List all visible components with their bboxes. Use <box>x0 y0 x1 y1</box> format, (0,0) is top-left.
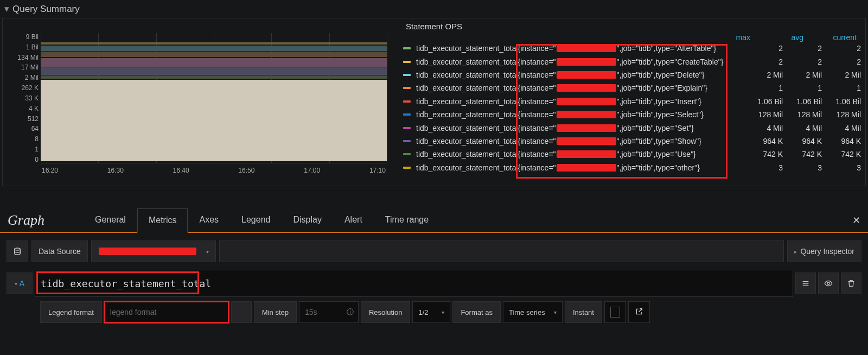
x-axis: 16:2016:3016:4016:5017:0017:10 <box>41 163 387 181</box>
val-max: 2 <box>744 44 783 53</box>
query-input-wrap <box>35 270 793 297</box>
y-tick: 9 Bil <box>26 33 39 41</box>
redacted-text <box>99 248 196 255</box>
legend-swatch <box>403 113 411 116</box>
y-axis: 9 Bil1 Bil134 Mil17 Mil2 Mil262 K33 K4 K… <box>7 33 41 163</box>
val-max: 128 Mil <box>744 110 783 119</box>
legend-swatch <box>403 61 411 63</box>
val-current: 742 K <box>822 150 861 159</box>
redacted-text <box>557 111 616 118</box>
options-row: Legend format Min step ⓘ Resolution 1/2 … <box>0 301 868 323</box>
x-tick: 16:20 <box>42 167 58 181</box>
tab-general[interactable]: General <box>84 208 137 232</box>
gridline <box>387 33 387 163</box>
panel: Statement OPS 9 Bil1 Bil134 Mil17 Mil2 M… <box>2 18 866 186</box>
spacer <box>219 240 784 262</box>
redacted-text <box>557 124 616 132</box>
datasource-icon[interactable] <box>7 240 28 262</box>
chart[interactable]: 9 Bil1 Bil134 Mil17 Mil2 Mil262 K33 K4 K… <box>7 33 387 180</box>
section-title: Query Summary <box>12 4 80 15</box>
svg-rect-2 <box>803 283 809 283</box>
chart-band <box>41 67 387 75</box>
series-label: tidb_executor_statement_total{instance="… <box>416 110 744 119</box>
series-label: tidb_executor_statement_total{instance="… <box>416 84 744 92</box>
resolution-value: 1/2 <box>418 308 428 316</box>
caret-down-icon: ▾ <box>554 309 557 315</box>
caret-down-icon: ▾ <box>15 281 17 287</box>
tab-metrics[interactable]: Metrics <box>137 208 188 233</box>
y-tick: 0 <box>35 156 39 163</box>
y-tick: 33 K <box>25 94 39 102</box>
series-label: tidb_executor_statement_total{instance="… <box>416 97 744 106</box>
svg-rect-1 <box>803 281 809 282</box>
legend-row[interactable]: tidb_executor_statement_total{instance="… <box>403 95 861 108</box>
series-label: tidb_executor_statement_total{instance="… <box>416 163 744 172</box>
chart-band <box>41 46 387 51</box>
redacted-text <box>557 137 616 145</box>
val-current: 128 Mil <box>822 110 861 119</box>
col-max[interactable]: max <box>717 33 750 42</box>
instant-checkbox[interactable] <box>610 307 620 318</box>
val-avg: 964 K <box>783 137 822 145</box>
legend-row[interactable]: tidb_executor_statement_total{instance="… <box>403 81 861 94</box>
tab-alert[interactable]: Alert <box>333 208 374 232</box>
query-inspector-label: Query Inspector <box>800 247 854 256</box>
legend-row[interactable]: tidb_executor_statement_total{instance="… <box>403 108 861 121</box>
val-current: 2 <box>822 58 861 66</box>
info-icon[interactable]: ⓘ <box>347 307 354 317</box>
query-menu-icon[interactable] <box>795 272 816 294</box>
section-header[interactable]: ▾ Query Summary <box>0 0 868 18</box>
legend-table: max avg current tidb_executor_statement_… <box>403 33 861 180</box>
external-link-wrap <box>628 301 650 323</box>
legend-row[interactable]: tidb_executor_statement_total{instance="… <box>403 148 861 161</box>
col-avg[interactable]: avg <box>770 33 803 42</box>
redacted-text <box>557 71 616 79</box>
resolution-select[interactable]: 1/2 ▾ <box>412 301 450 323</box>
query-input[interactable] <box>39 276 789 291</box>
val-avg: 4 Mil <box>783 124 822 132</box>
instant-label: Instant <box>565 301 602 323</box>
chart-band <box>41 42 387 45</box>
legend-swatch <box>403 153 411 155</box>
legend-swatch <box>403 74 411 76</box>
instant-checkbox-wrap <box>604 301 626 323</box>
query-toggle[interactable]: ▾ A <box>7 272 33 294</box>
series-label: tidb_executor_statement_total{instance="… <box>416 44 744 53</box>
query-row: ▾ A <box>0 270 868 301</box>
y-tick: 4 K <box>29 105 39 112</box>
tab-time-range[interactable]: Time range <box>374 208 440 232</box>
legend-row[interactable]: tidb_executor_statement_total{instance="… <box>403 121 861 134</box>
y-tick: 1 <box>35 145 39 153</box>
legend-row[interactable]: tidb_executor_statement_total{instance="… <box>403 68 861 81</box>
tab-axes[interactable]: Axes <box>188 208 230 232</box>
val-max: 1 <box>744 84 783 92</box>
svg-point-4 <box>827 282 829 284</box>
close-icon[interactable]: ✕ <box>852 214 860 226</box>
caret-down-icon: ▾ <box>442 309 444 315</box>
plot-area <box>41 33 387 163</box>
format-as-select[interactable]: Time series ▾ <box>503 301 563 323</box>
val-avg: 128 Mil <box>783 110 822 119</box>
external-link-icon[interactable] <box>635 307 643 318</box>
x-tick: 16:30 <box>107 167 124 181</box>
query-inspector-button[interactable]: ▸ Query Inspector <box>787 240 861 262</box>
legend-row[interactable]: tidb_executor_statement_total{instance="… <box>403 55 861 68</box>
legend-row[interactable]: tidb_executor_statement_total{instance="… <box>403 135 861 148</box>
chart-band <box>41 52 387 57</box>
legend-format-input[interactable] <box>110 308 223 316</box>
min-step-label: Min step <box>254 301 297 323</box>
min-step-input[interactable] <box>305 308 353 316</box>
legend-row[interactable]: tidb_executor_statement_total{instance="… <box>403 161 861 174</box>
editor-bar: Graph GeneralMetricsAxesLegendDisplayAle… <box>0 208 868 233</box>
redacted-text <box>557 58 616 66</box>
query-visibility-icon[interactable] <box>818 272 839 294</box>
legend-row[interactable]: tidb_executor_statement_total{instance="… <box>403 42 861 55</box>
tab-display[interactable]: Display <box>282 208 333 232</box>
col-current[interactable]: current <box>823 33 857 42</box>
y-tick: 512 <box>28 115 39 123</box>
redacted-text <box>557 98 616 105</box>
query-delete-icon[interactable] <box>841 272 861 294</box>
datasource-select[interactable]: ▾ <box>91 240 216 262</box>
tab-legend[interactable]: Legend <box>230 208 282 232</box>
editor-title: Graph <box>8 212 84 229</box>
